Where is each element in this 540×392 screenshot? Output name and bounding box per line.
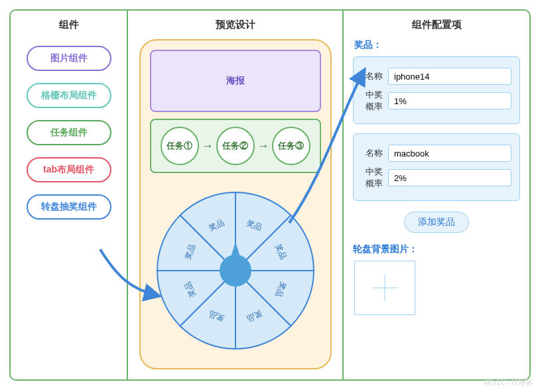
prize-prob-input[interactable]	[388, 92, 511, 109]
prize-name-input[interactable]	[388, 68, 511, 85]
prizes-section-label: 奖品：	[354, 39, 520, 51]
svg-rect-9	[233, 257, 238, 271]
config-title: 组件配置项	[412, 19, 462, 31]
watermark: @51CTO博客	[484, 377, 533, 388]
prize-prob-input[interactable]	[388, 169, 511, 186]
sidebar-title: 组件	[59, 19, 79, 31]
task-circle[interactable]: 任务③	[272, 127, 310, 165]
prize-name-label: 名称	[362, 70, 383, 82]
preview-panel: 预览设计 海报 任务①→任务②→任务③ 奖品奖品奖品奖品奖品奖品奖品奖品	[128, 11, 342, 379]
tasks-block[interactable]: 任务①→任务②→任务③	[150, 119, 321, 173]
prize-prob-label: 中奖概率	[362, 89, 383, 113]
config-panel: 组件配置项 奖品： 名称 中奖概率 名称 中奖概率 添加奖品 轮盘背景图片：	[344, 11, 529, 379]
prize-card: 名称 中奖概率	[353, 56, 520, 124]
task-circle[interactable]: 任务②	[216, 127, 255, 165]
arrow-right-icon: →	[202, 139, 214, 153]
component-pill[interactable]: 图片组件	[27, 46, 111, 71]
plus-icon	[371, 275, 398, 301]
arrow-right-icon: →	[257, 139, 269, 153]
task-circle[interactable]: 任务①	[161, 127, 199, 165]
component-pill[interactable]: 转盘抽奖组件	[27, 194, 111, 220]
poster-block[interactable]: 海报	[150, 50, 321, 112]
phone-frame: 海报 任务①→任务②→任务③ 奖品奖品奖品奖品奖品奖品奖品奖品	[139, 39, 332, 369]
add-prize-button[interactable]: 添加奖品	[404, 212, 469, 233]
component-pill[interactable]: tab布局组件	[27, 157, 111, 182]
prize-wheel[interactable]: 奖品奖品奖品奖品奖品奖品奖品奖品	[156, 191, 315, 350]
prize-card: 名称 中奖概率	[353, 133, 520, 201]
component-pill[interactable]: 格栅布局组件	[27, 83, 111, 108]
component-pill[interactable]: 任务组件	[27, 120, 111, 145]
prize-name-input[interactable]	[388, 145, 511, 162]
bgimg-label: 轮盘背景图片：	[353, 243, 520, 255]
prize-name-label: 名称	[362, 147, 383, 159]
preview-title: 预览设计	[216, 19, 255, 31]
prize-prob-label: 中奖概率	[362, 166, 383, 190]
bgimg-picker[interactable]	[354, 261, 415, 315]
sidebar-panel: 组件 图片组件格栅布局组件任务组件tab布局组件转盘抽奖组件	[11, 11, 127, 379]
